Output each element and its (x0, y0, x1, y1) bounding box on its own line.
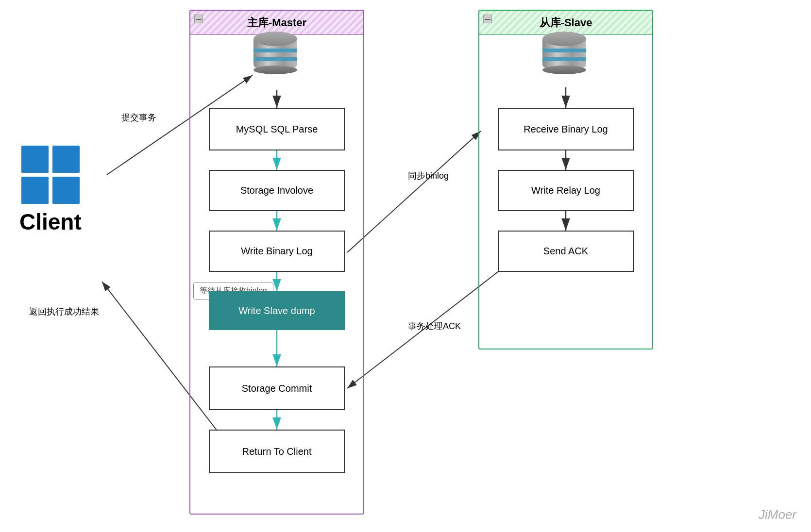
ack-transaction-label: 事务处理ACK (408, 320, 461, 332)
send-ack-box: Send ACK (498, 231, 634, 272)
client-block: Client (19, 146, 82, 235)
watermark: JiMoer (759, 507, 796, 522)
storage-commit-box: Storage Commit (209, 366, 345, 410)
windows-logo (21, 146, 80, 204)
svg-line-13 (347, 131, 481, 252)
master-db-top (253, 32, 297, 46)
diagram-container: Client 提交事务 返回执行成功结果 同步binlog 事务处理ACK 等待… (0, 0, 811, 532)
submit-transaction-label: 提交事务 (121, 112, 156, 123)
slave-db-bottom (542, 66, 586, 74)
slave-db-stripe2 (542, 57, 586, 61)
arrows-svg (0, 0, 811, 532)
write-slave-dump-box: Write Slave dump (209, 291, 345, 330)
slave-db-icon (542, 32, 586, 70)
master-db-stripe1 (253, 49, 297, 52)
slave-db-top (542, 32, 586, 46)
mysql-sql-parse-box: MySQL SQL Parse (209, 108, 345, 150)
tile-tl (21, 146, 49, 173)
tile-bl (21, 177, 49, 204)
master-db-stripe2 (253, 57, 297, 61)
slave-minimize-btn[interactable]: — (483, 15, 492, 23)
receive-binary-log-box: Receive Binary Log (498, 108, 634, 150)
return-to-client-box: Return To Client (209, 430, 345, 473)
slave-title: 从库-Slave (540, 16, 592, 30)
client-label: Client (19, 209, 82, 235)
write-binary-log-box: Write Binary Log (209, 231, 345, 272)
return-result-label: 返回执行成功结果 (29, 306, 99, 317)
master-title: 主库-Master (247, 16, 306, 30)
slave-db-stripe1 (542, 49, 586, 52)
master-db-cylinder (253, 32, 297, 70)
tile-tr (52, 146, 80, 173)
master-db-icon (253, 32, 297, 70)
sync-binlog-label: 同步binlog (408, 170, 449, 182)
storage-involove-box: Storage Involove (209, 170, 345, 211)
tile-br (52, 177, 80, 204)
write-relay-log-box: Write Relay Log (498, 170, 634, 211)
slave-db-cylinder (542, 32, 586, 70)
master-db-bottom (253, 66, 297, 74)
master-minimize-btn[interactable]: — (194, 15, 203, 23)
